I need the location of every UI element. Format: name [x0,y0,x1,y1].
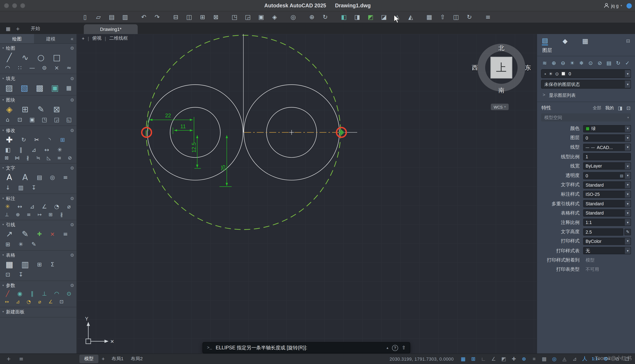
layer-match-icon[interactable]: ✓ [625,60,630,66]
isometric-drafting-icon[interactable]: ◩ [500,355,508,363]
dimension-style-icon[interactable]: ✳ [3,202,12,210]
perpendicular-constraint-icon[interactable]: ⊥ [40,290,49,298]
spell-check-icon[interactable]: ◎ [48,173,57,181]
property-field[interactable]: ISO-25▾ [583,190,631,198]
layer-lock-icon[interactable]: ⊙ [555,71,559,76]
tab-drawing1[interactable]: Drawing1* [84,24,138,34]
section-settings-icon[interactable]: ⚙ [70,128,74,133]
dropdown-chevron-icon[interactable]: ▾ [625,191,630,198]
measure-icon[interactable]: ◪ [380,13,388,21]
edit-leader-icon[interactable]: ✎ [29,240,38,248]
sheet-set-palette-icon[interactable]: ▦ [582,37,588,45]
lineweight-icon[interactable]: ≡ [530,355,538,363]
attach-icon[interactable]: ⊡ [16,116,24,124]
write-block-icon[interactable]: ⊠ [50,104,63,114]
image-attach-icon[interactable]: ◲ [244,13,252,21]
align-icon[interactable]: ≡ [56,155,63,161]
filter-mine-button[interactable]: 我的 [605,105,614,111]
baseline-dimension-icon[interactable]: ≡ [25,212,32,218]
layer-properties-icon[interactable]: ◧ [340,13,348,21]
dropdown-chevron-icon[interactable]: ▾ [625,247,630,254]
columns-icon[interactable]: ≡ [61,173,70,181]
property-field[interactable]: 0▾ [583,134,631,142]
attribute-define-icon[interactable]: ▣ [28,116,36,124]
parallel-constraint-icon[interactable]: ∥ [28,290,36,298]
tab-overview-icon[interactable]: ▦ [4,25,12,33]
property-field[interactable]: 2.5 [583,228,623,236]
section-plane-icon[interactable]: ◭ [406,13,415,21]
table-cell-icon[interactable]: ⊞ [35,260,44,268]
view-compass[interactable]: 北 南 西 东 上 [478,44,526,92]
layers-palette-icon[interactable]: ▤ [542,36,548,45]
collapse-command-icon[interactable]: ▴ [386,346,388,350]
remove-leader-icon[interactable]: × [48,230,57,238]
close-button[interactable] [4,3,9,8]
command-input[interactable]: ELLIPSE 指定另一条半轴长度或 [旋转(R)]: [216,344,307,351]
gradient-icon[interactable]: ▩ [34,82,45,93]
section-settings-icon[interactable]: ⚙ [70,252,74,258]
layer-states-icon[interactable]: ◨ [353,13,362,21]
arc-icon[interactable]: ◠ [3,64,12,72]
xref-attach-icon[interactable]: ◳ [230,13,238,21]
section-collapse-icon[interactable]: ▾ [2,77,4,80]
layer-on-icon[interactable]: ☀ [549,71,553,76]
array-icon[interactable]: ⊞ [58,136,67,144]
zoom-window-icon[interactable]: ◎ [289,13,297,21]
section-collapse-icon[interactable]: ▾ [2,310,4,313]
property-field[interactable]: — —ACAD...▾ [583,144,631,151]
spline-icon[interactable]: ≈ [65,64,73,72]
insert-block-icon[interactable]: ◈ [3,104,15,114]
new-layout-button[interactable]: + [102,356,105,362]
dropdown-chevron-icon[interactable]: ▾ [625,200,630,207]
polyline-icon[interactable]: ∿ [19,52,31,63]
geometric-constraint-icon[interactable]: ╱ [3,290,12,298]
scale-icon[interactable]: ⊿ [29,146,38,154]
annotation-monitor-icon[interactable]: ⊘ [613,355,621,363]
new-layer-icon[interactable]: ⊕ [551,60,556,66]
tab-modeling-panel[interactable]: 建模 [34,34,68,43]
pan-icon[interactable]: ⊕ [308,13,316,21]
multileader-icon[interactable]: ↗ [3,229,15,239]
edit-block-icon[interactable]: ✎ [35,104,47,114]
mirror-icon[interactable]: ◧ [3,146,12,154]
import-text-icon[interactable]: ▥ [16,184,26,192]
sheet-set-icon[interactable]: ▦ [425,13,434,21]
layer-freeze-icon[interactable]: ❄ [579,60,584,66]
dimension-break-icon[interactable]: ∦ [58,212,65,218]
render-icon[interactable]: ◫ [452,13,460,21]
section-settings-icon[interactable]: ⚙ [70,76,74,81]
lengthen-icon[interactable]: ≒ [35,155,42,161]
visual-style-button[interactable]: 二维线框 [109,35,128,41]
align-leaders-icon[interactable]: ≡ [61,230,70,238]
table-style-icon[interactable]: ▥ [19,259,31,270]
customize-icon[interactable]: ≡ [484,13,492,21]
create-block-icon[interactable]: ⊞ [19,104,31,114]
join-icon[interactable]: ⋈ [14,155,21,161]
export-table-icon[interactable]: ↧ [16,270,26,278]
section-settings-icon[interactable]: ⚙ [70,98,74,103]
dynamic-ucs-icon[interactable]: ⊿ [571,355,578,363]
divide-icon[interactable]: × [52,64,61,72]
mtext-icon[interactable]: A [3,172,15,183]
tolerance-icon[interactable]: ⊞ [47,212,54,218]
layer-color-swatch[interactable] [561,72,565,76]
section-settings-icon[interactable]: ⚙ [70,46,74,51]
property-field[interactable]: 1:1▾ [583,219,631,226]
page-setup-icon[interactable]: ⊞ [198,13,207,21]
transparency-icon[interactable]: ▩ [540,355,548,363]
compass-west[interactable]: 西 [472,64,478,72]
ortho-mode-icon[interactable]: ∟ [480,355,488,363]
share-icon[interactable]: ⇧ [402,345,406,350]
dropdown-chevron-icon[interactable]: ▾ [625,219,630,226]
boundary-icon[interactable]: ▣ [49,82,61,93]
rotate-icon[interactable]: ↻ [19,136,28,144]
tab-draw-panel[interactable]: 绘图 [0,34,34,43]
tangent-constraint-icon[interactable]: ◠ [52,290,61,298]
point-icon[interactable]: ∷ [16,64,24,72]
property-field[interactable]: 无▾ [583,247,631,254]
quick-select-icon[interactable]: ◨ [618,105,622,111]
compass-top-face[interactable]: 上 [490,57,512,78]
break-icon[interactable]: ∦ [24,155,31,161]
chamfer-icon[interactable]: ◺ [45,155,52,161]
command-line[interactable]: >_ ELLIPSE 指定另一条半轴长度或 [旋转(R)]: ▴ ? ⇧ [202,342,410,354]
